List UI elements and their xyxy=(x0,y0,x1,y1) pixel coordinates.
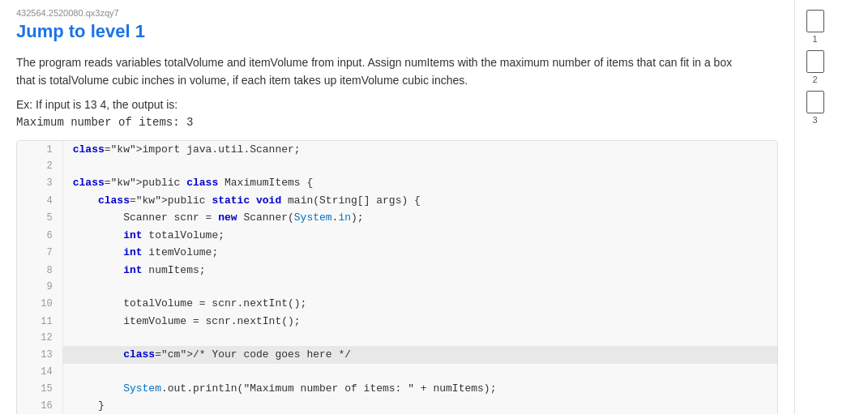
line-number: 8 xyxy=(17,262,62,280)
table-row: 3class="kw">public class MaximumItems { xyxy=(17,174,777,192)
line-code: class="kw">public static void main(Strin… xyxy=(62,192,777,210)
table-row: 1class="kw">import java.util.Scanner; xyxy=(17,141,777,159)
line-code: int itemVolume; xyxy=(62,244,777,262)
table-row: 11 itemVolume = scnr.nextInt(); xyxy=(17,313,777,331)
problem-description: The program reads variables totalVolume … xyxy=(16,53,746,90)
problem-id: 432564.2520080.qx3zqy7 xyxy=(16,8,778,18)
line-code: int numItems; xyxy=(62,262,777,280)
table-row: 7 int itemVolume; xyxy=(17,244,777,262)
line-number: 2 xyxy=(17,158,62,174)
table-row: 8 int numItems; xyxy=(17,262,777,280)
level-num-2: 2 xyxy=(812,75,817,84)
table-row: 12 xyxy=(17,330,777,346)
level-item-2[interactable]: 2 xyxy=(806,50,824,84)
line-code xyxy=(62,158,777,174)
line-number: 1 xyxy=(17,141,62,159)
level-sidebar: 1 2 3 xyxy=(794,0,835,414)
table-row: 9 xyxy=(17,279,777,295)
line-code: Scanner scnr = new Scanner(System.in); xyxy=(62,209,777,227)
table-row: 4 class="kw">public static void main(Str… xyxy=(17,192,777,210)
table-row: 5 Scanner scnr = new Scanner(System.in); xyxy=(17,209,777,227)
line-number: 16 xyxy=(17,397,62,414)
line-number: 5 xyxy=(17,209,62,227)
line-code: totalVolume = scnr.nextInt(); xyxy=(62,295,777,313)
table-row: 15 System.out.println("Maximum number of… xyxy=(17,380,777,398)
line-number: 13 xyxy=(17,346,62,364)
table-row: 10 totalVolume = scnr.nextInt(); xyxy=(17,295,777,313)
table-row: 14 xyxy=(17,364,777,380)
level-num-3: 3 xyxy=(812,115,817,125)
line-code: class="cm">/* Your code goes here */ xyxy=(62,346,777,364)
line-code: } xyxy=(62,397,777,414)
line-code xyxy=(62,364,777,380)
line-number: 7 xyxy=(17,244,62,262)
line-number: 9 xyxy=(17,279,62,295)
line-number: 3 xyxy=(17,174,62,192)
example-label: Ex: If input is 13 4, the output is: xyxy=(16,98,778,111)
line-number: 14 xyxy=(17,364,62,380)
table-row: 16 } xyxy=(17,397,777,414)
line-number: 11 xyxy=(17,313,62,331)
table-row: 13 class="cm">/* Your code goes here */ xyxy=(17,346,777,364)
code-editor: 1class="kw">import java.util.Scanner;23c… xyxy=(16,140,778,414)
main-content: 432564.2520080.qx3zqy7 Jump to level 1 T… xyxy=(0,0,794,414)
line-code: class="kw">public class MaximumItems { xyxy=(62,174,777,192)
table-row: 6 int totalVolume; xyxy=(17,227,777,245)
line-code xyxy=(62,330,777,346)
table-row: 2 xyxy=(17,158,777,174)
line-code: itemVolume = scnr.nextInt(); xyxy=(62,313,777,331)
level-box-1 xyxy=(806,10,824,32)
level-item-1[interactable]: 1 xyxy=(806,10,824,44)
line-number: 12 xyxy=(17,330,62,346)
line-code: int totalVolume; xyxy=(62,227,777,245)
line-number: 6 xyxy=(17,227,62,245)
level-box-3 xyxy=(806,91,824,113)
line-number: 15 xyxy=(17,380,62,398)
example-output: Maximum number of items: 3 xyxy=(16,116,778,129)
line-code xyxy=(62,279,777,295)
code-table: 1class="kw">import java.util.Scanner;23c… xyxy=(17,141,777,414)
line-code: System.out.println("Maximum number of it… xyxy=(62,380,777,398)
line-number: 10 xyxy=(17,295,62,313)
level-item-3[interactable]: 3 xyxy=(806,91,824,125)
line-number: 4 xyxy=(17,192,62,210)
level-num-1: 1 xyxy=(812,34,817,44)
line-code: class="kw">import java.util.Scanner; xyxy=(62,141,777,159)
page-wrapper: 432564.2520080.qx3zqy7 Jump to level 1 T… xyxy=(0,0,868,414)
page-title: Jump to level 1 xyxy=(16,21,778,42)
level-box-2 xyxy=(806,50,824,73)
